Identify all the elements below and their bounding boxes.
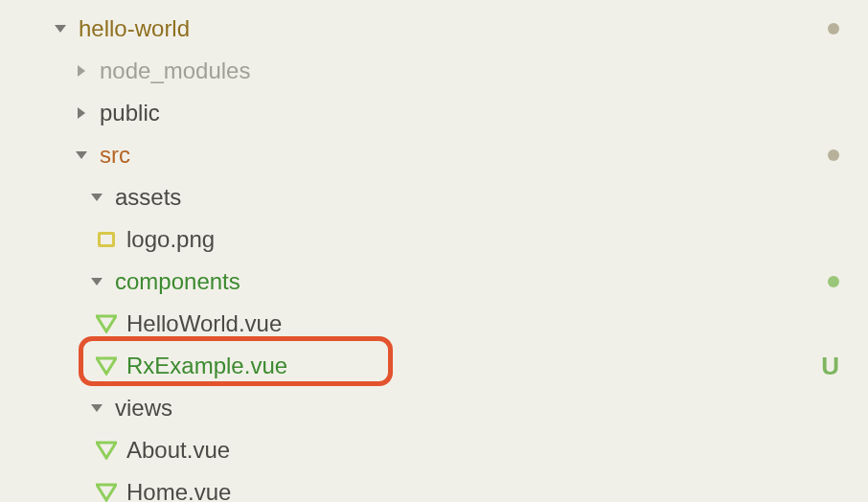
chevron-right-icon xyxy=(73,106,90,120)
svg-marker-9 xyxy=(97,358,116,374)
tree-item-label: components xyxy=(115,268,240,295)
modified-dot-icon xyxy=(828,276,839,287)
tree-item-label: logo.png xyxy=(126,226,215,253)
tree-item-about-vue[interactable]: About.vue xyxy=(0,429,868,471)
tree-item-label: hello-world xyxy=(79,15,190,42)
status-indicator xyxy=(828,23,839,34)
svg-marker-7 xyxy=(91,278,103,285)
image-file-icon xyxy=(96,230,117,249)
svg-marker-0 xyxy=(55,25,66,33)
svg-marker-11 xyxy=(97,443,116,458)
tree-item-label: node_modules xyxy=(100,57,250,84)
tree-item-views[interactable]: views xyxy=(0,387,868,429)
vue-file-icon xyxy=(96,314,117,333)
chevron-down-icon xyxy=(52,24,69,34)
chevron-down-icon xyxy=(88,403,105,413)
status-indicator xyxy=(828,276,839,287)
svg-marker-4 xyxy=(91,194,103,201)
modified-dot-icon xyxy=(828,149,839,161)
tree-item-hello-world[interactable]: hello-world xyxy=(0,8,868,50)
svg-marker-1 xyxy=(78,65,85,77)
chevron-down-icon xyxy=(88,193,105,202)
untracked-status: U xyxy=(821,352,839,381)
svg-marker-8 xyxy=(97,316,116,331)
svg-marker-2 xyxy=(78,107,85,119)
chevron-down-icon xyxy=(88,277,105,286)
tree-item-home-vue[interactable]: Home.vue xyxy=(0,471,868,502)
svg-marker-12 xyxy=(97,485,116,500)
tree-item-label: assets xyxy=(115,184,181,211)
tree-item-label: Home.vue xyxy=(126,479,231,502)
tree-item-logo-png[interactable]: logo.png xyxy=(0,218,868,261)
svg-marker-10 xyxy=(91,404,103,412)
tree-item-label: src xyxy=(100,142,130,169)
svg-rect-6 xyxy=(101,235,112,244)
tree-item-label: HelloWorld.vue xyxy=(126,310,282,337)
status-indicator xyxy=(828,149,839,161)
chevron-down-icon xyxy=(73,150,90,160)
tree-item-components[interactable]: components xyxy=(0,261,868,303)
tree-item-assets[interactable]: assets xyxy=(0,176,868,218)
tree-item-label: views xyxy=(115,395,172,422)
tree-item-hello-world-vue[interactable]: HelloWorld.vue xyxy=(0,303,868,345)
vue-file-icon xyxy=(96,356,117,376)
tree-item-label: public xyxy=(100,100,160,126)
tree-item-node-modules[interactable]: node_modules xyxy=(0,50,868,92)
vue-file-icon xyxy=(96,441,117,460)
vue-file-icon xyxy=(96,483,117,502)
svg-marker-3 xyxy=(76,151,87,159)
modified-dot-icon xyxy=(828,23,839,34)
tree-item-label: RxExample.vue xyxy=(126,353,287,379)
tree-item-label: About.vue xyxy=(126,437,230,464)
tree-item-src[interactable]: src xyxy=(0,134,868,176)
tree-item-public[interactable]: public xyxy=(0,92,868,134)
chevron-right-icon xyxy=(73,64,90,78)
file-tree: hello-world node_modules public src asse… xyxy=(0,0,868,502)
tree-item-rx-example-vue[interactable]: RxExample.vue U xyxy=(0,345,868,387)
